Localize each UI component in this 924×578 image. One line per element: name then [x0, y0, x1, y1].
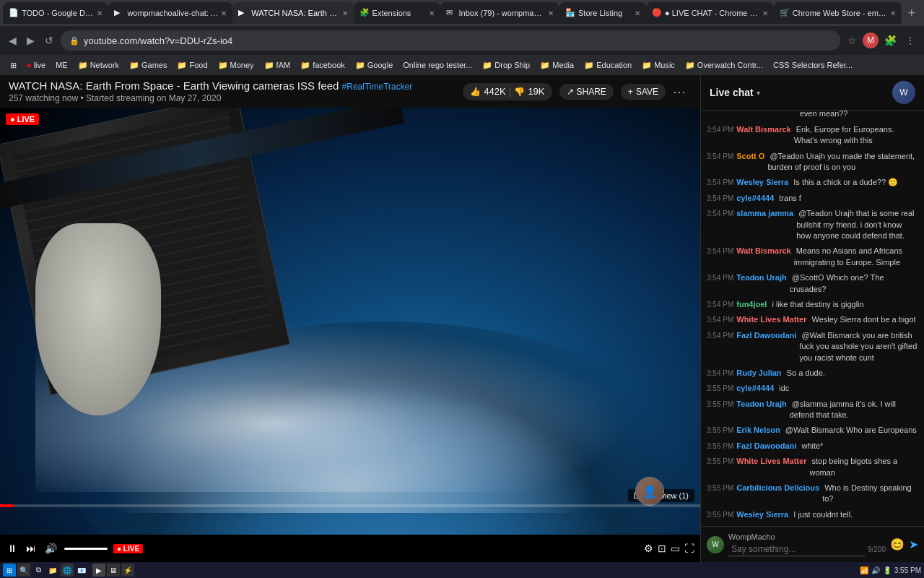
message-author[interactable]: Erik Nelson [736, 425, 780, 436]
emoji-button[interactable]: 😊 [890, 538, 905, 551]
bookmark-apps[interactable]: ⊞ [6, 59, 21, 72]
message-author[interactable]: Carbilicious Delicious [736, 483, 819, 505]
message-author[interactable]: Tintamaster 449 [736, 111, 797, 120]
play-pause-button[interactable]: ⏸ [6, 541, 19, 556]
back-button[interactable]: ◀ [6, 32, 19, 49]
share-button[interactable]: ↗ SHARE [559, 84, 614, 100]
message-author[interactable]: Scott O [736, 151, 764, 173]
message-text: Erik, Europe for Europeans. What's wrong… [794, 124, 918, 147]
new-tab-button[interactable]: + [902, 6, 921, 21]
tab-1-close[interactable]: ✕ [97, 9, 103, 17]
message-author[interactable]: Teadon Urajh [736, 272, 786, 295]
message-author[interactable]: Wesley Sierra [736, 177, 788, 188]
message-author[interactable]: cyle#4444 [736, 383, 774, 394]
menu-icon[interactable]: ⋮ [902, 33, 918, 48]
tab-6[interactable]: 🏪 Store Listing ✕ [559, 2, 646, 24]
bookmark-rego[interactable]: Online rego tester... [398, 59, 476, 71]
more-options-icon[interactable]: ⋯ [673, 84, 686, 100]
message-author[interactable]: cyle#4444 [736, 193, 774, 204]
fullscreen-icon[interactable]: ⛶ [684, 543, 694, 554]
bookmark-google[interactable]: 📁 Google [351, 59, 397, 72]
message-author[interactable]: Rudy Julian [736, 368, 781, 379]
miniplayer-icon[interactable]: ⊡ [658, 543, 666, 554]
bookmark-food[interactable]: 📁 Food [173, 59, 212, 72]
bookmark-me[interactable]: ME [51, 59, 72, 71]
video-hashtag[interactable]: #RealTimeTracker [342, 82, 413, 92]
tab-7[interactable]: 🔴 ● LIVE CHAT - Chrome W... ✕ [646, 2, 774, 24]
tab-8[interactable]: 🛒 Chrome Web Store - emot... ✕ [774, 2, 902, 24]
profile-icon[interactable]: M [863, 33, 879, 48]
reload-button[interactable]: ↺ [42, 32, 56, 49]
tab-1[interactable]: 📄 TODO - Google Docs ✕ [3, 2, 108, 24]
message-author[interactable]: Fazl Dawoodani [736, 441, 796, 452]
url-bar[interactable]: 🔒 youtube.com/watch?v=DDU-rZs-io4 [61, 30, 840, 51]
message-text: Means no Asians and Africans immigrating… [794, 246, 918, 268]
bookmark-network[interactable]: 📁 Network [74, 59, 123, 72]
chat-send-button[interactable]: ➤ [909, 538, 918, 551]
message-author[interactable]: Fazl Dawoodani [736, 330, 796, 363]
start-button[interactable]: ⊞ [3, 564, 16, 577]
tab-6-close[interactable]: ✕ [635, 9, 640, 17]
bookmark-overwatch[interactable]: 📁 Overwatch Contr... [681, 59, 767, 72]
video-area: WATCH NASA: Earth From Space - Earth Vie… [0, 75, 700, 562]
bookmark-facebook[interactable]: 📁 facebook [296, 59, 349, 72]
corner-streamer-avatar[interactable]: 👤 [635, 477, 664, 506]
taskbar-battery-icon[interactable]: 🔋 [883, 566, 892, 574]
bookmark-live[interactable]: ● live [22, 59, 50, 71]
tab-5-close[interactable]: ✕ [548, 9, 554, 17]
message-author[interactable]: Walt Bismarck [736, 246, 790, 268]
tab-3-active[interactable]: ▶ WATCH NASA: Earth Fr... ✕ [232, 2, 353, 24]
message-author[interactable]: Walt Bismarck [736, 124, 790, 147]
bookmark-music[interactable]: 📁 Music [637, 59, 679, 72]
bookmark-css[interactable]: CSS Selectors Refer... [769, 59, 857, 71]
taskbar-clock[interactable]: 3:55 PM [894, 566, 921, 574]
tab-5[interactable]: ✉ Inbox (79) - wompmach... ✕ [440, 2, 559, 24]
email-taskbar-icon[interactable]: 📧 [75, 564, 88, 577]
taskbar-sound-icon[interactable]: 🔊 [871, 566, 880, 574]
message-author[interactable]: White Lives Matter [736, 456, 806, 478]
file-explorer-icon[interactable]: 📁 [46, 564, 59, 577]
bookmark-star-icon[interactable]: ☆ [845, 33, 860, 48]
bookmark-games[interactable]: 📁 Games [125, 59, 171, 72]
bookmark-education[interactable]: 📁 Education [580, 59, 636, 72]
message-text: @Teadon Urajh you made the statement, bu… [767, 151, 918, 173]
volume-button[interactable]: 🔊 [43, 541, 58, 556]
bookmark-money[interactable]: 📁 Money [214, 59, 258, 72]
message-author[interactable]: Wesley Sierra [736, 509, 788, 520]
browser-taskbar-icon[interactable]: 🌐 [61, 564, 74, 577]
like-button[interactable]: 👍 442K | 👎 19K [463, 83, 552, 100]
tab-2[interactable]: ▶ wompmachoalive-chat: A... ✕ [108, 2, 232, 24]
message-author[interactable]: White Lives Matter [736, 314, 806, 325]
user-avatar[interactable]: W [892, 81, 915, 104]
message-author[interactable]: Teadon Urajh [736, 399, 786, 421]
tab-8-close[interactable]: ✕ [890, 9, 896, 17]
tab-7-close[interactable]: ✕ [762, 9, 768, 17]
tab-4-close[interactable]: ✕ [429, 9, 435, 17]
app-icon-2[interactable]: 🖥 [107, 564, 120, 577]
message-author[interactable]: fun4joel [736, 299, 767, 310]
bookmark-media[interactable]: 📁 Media [536, 59, 578, 72]
tab-2-close[interactable]: ✕ [221, 9, 227, 17]
app-icon-3[interactable]: ⚡ [121, 564, 134, 577]
app-icon-1[interactable]: ▶ [92, 564, 105, 577]
theater-mode-icon[interactable]: ▭ [671, 543, 680, 554]
next-button[interactable]: ⏭ [25, 541, 38, 556]
bookmark-dropship[interactable]: 📁 Drop Ship [478, 59, 534, 72]
live-stream-indicator[interactable]: ● LIVE [113, 544, 143, 553]
taskbar-network-icon[interactable]: 📶 [860, 566, 868, 574]
video-frame[interactable]: ● LIVE Default view (1) 👤 [0, 108, 700, 535]
volume-slider[interactable] [64, 548, 108, 550]
tab-4[interactable]: 🧩 Extensions ✕ [354, 2, 440, 24]
video-progress-bar[interactable] [0, 504, 700, 507]
extensions-icon[interactable]: 🧩 [881, 33, 899, 48]
bookmark-fam[interactable]: 📁 fAM [260, 59, 295, 72]
settings-icon[interactable]: ⚙ [644, 543, 653, 554]
forward-button[interactable]: ▶ [24, 32, 38, 49]
save-button[interactable]: + SAVE [621, 84, 666, 100]
message-author[interactable]: slamma jamma [736, 208, 793, 241]
chat-input-field[interactable] [728, 543, 865, 556]
taskview-button[interactable]: ⧉ [32, 564, 45, 577]
chat-dropdown-icon[interactable]: ▾ [757, 89, 760, 97]
tab-3-close[interactable]: ✕ [342, 9, 348, 17]
search-taskbar[interactable]: 🔍 [17, 564, 30, 577]
